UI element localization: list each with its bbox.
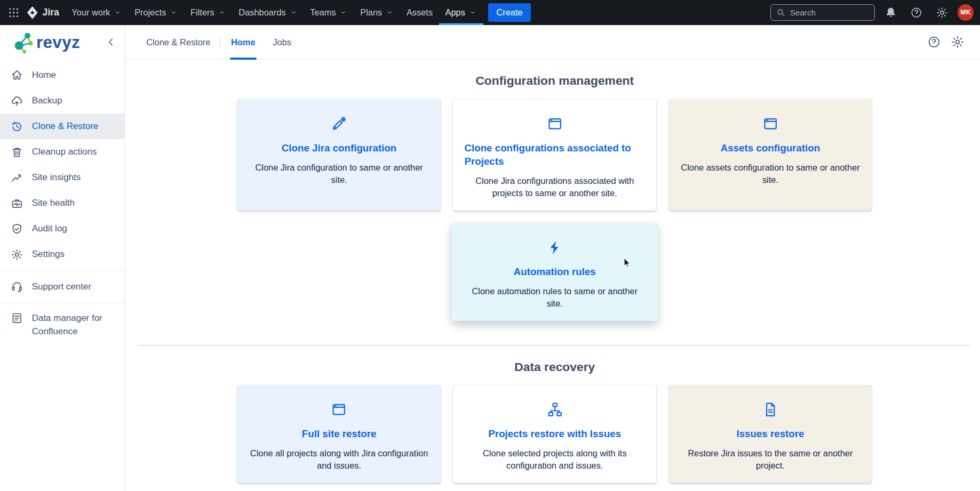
home-icon: [11, 69, 23, 81]
sidebar-support-slot: Support center: [0, 274, 124, 300]
sidebar-divider: [0, 303, 124, 303]
sidebar-item-site-insights[interactable]: Site insights: [0, 165, 124, 190]
card-desc: Clone assets configuration to same or an…: [680, 162, 861, 186]
revyz-logo-text: revyz: [36, 33, 80, 52]
chevron-down-icon: [113, 8, 122, 17]
headset-icon: [11, 280, 23, 293]
chevron-down-icon: [339, 8, 347, 17]
jira-mark-icon: [26, 6, 38, 19]
sidebar-item-support-center[interactable]: Support center: [0, 274, 124, 300]
nav-item-label: Projects: [134, 7, 166, 18]
trash-icon: [11, 146, 23, 158]
topbar-nav-apps[interactable]: Apps: [439, 0, 483, 25]
browser-icon: [331, 401, 347, 417]
sidebar-footer-slot: Data manager for Confluence: [0, 307, 124, 344]
avatar[interactable]: MK: [958, 4, 974, 20]
grid-icon: [7, 6, 20, 19]
card-row: Automation rulesClone automation rules t…: [139, 223, 970, 321]
section-configuration-management: Configuration managementClone Jira confi…: [139, 74, 970, 321]
topbar-settings-button[interactable]: [932, 3, 952, 22]
jira-topbar: Jira Your workProjectsFiltersDashboardsT…: [0, 0, 980, 25]
notifications-button[interactable]: [881, 3, 901, 22]
topbar-nav-plans[interactable]: Plans: [354, 0, 401, 25]
jira-brand-text: Jira: [43, 7, 59, 18]
card-title: Assets configuration: [680, 141, 861, 155]
section-data-recovery: Data recoveryFull site restoreClone all …: [139, 360, 970, 484]
collapse-sidebar-button[interactable]: [103, 35, 118, 50]
card-clone-configurations-associated-to-projects[interactable]: Clone configurations associated to Proje…: [453, 99, 656, 211]
card-title: Clone Jira configuration: [249, 141, 429, 155]
tab-home[interactable]: Home: [230, 25, 257, 60]
topbar-nav-assets[interactable]: Assets: [400, 0, 439, 25]
jira-home-link[interactable]: Jira: [24, 6, 66, 19]
topbar-nav-your-work[interactable]: Your work: [66, 0, 129, 25]
chevron-down-icon: [169, 8, 178, 17]
card-desc: Clone selected projects along with its c…: [464, 447, 645, 472]
tree-icon: [547, 401, 563, 417]
sidebar-item-backup[interactable]: Backup: [0, 88, 124, 114]
card-title: Clone configurations associated to Proje…: [464, 141, 645, 168]
card-desc: Clone all projects along with Jira confi…: [249, 447, 429, 472]
nav-item-label: Apps: [445, 7, 465, 18]
chevron-left-icon: [104, 35, 118, 49]
topbar-nav-teams[interactable]: Teams: [304, 0, 354, 25]
search-input[interactable]: [790, 8, 870, 17]
create-button[interactable]: Create: [488, 3, 531, 22]
shield-check-icon: [11, 223, 23, 235]
card-projects-restore-with-issues[interactable]: Projects restore with IssuesClone select…: [453, 385, 656, 484]
sidebar-item-label: Site health: [32, 198, 75, 208]
sidebar-item-audit-log[interactable]: Audit log: [0, 216, 124, 242]
sidebar-item-clone-restore[interactable]: Clone & Restore: [0, 114, 124, 139]
app-switcher-button[interactable]: [4, 3, 23, 22]
card-full-site-restore[interactable]: Full site restoreClone all projects alon…: [237, 385, 441, 484]
section-title: Data recovery: [139, 360, 970, 374]
sidebar-item-home[interactable]: Home: [0, 62, 124, 88]
help-icon: [927, 35, 941, 49]
gear-icon: [11, 248, 23, 261]
breadcrumb[interactable]: Clone & Restore: [146, 37, 210, 47]
tab-jobs[interactable]: Jobs: [272, 25, 292, 60]
sidebar-item-label: Settings: [32, 249, 65, 260]
sidebar-item-settings[interactable]: Settings: [0, 242, 124, 267]
sidebar-item-label: Support center: [32, 281, 91, 292]
topbar-nav-filters[interactable]: Filters: [184, 0, 232, 25]
section-title: Configuration management: [139, 74, 970, 88]
sidebar-item-label: Home: [32, 70, 56, 81]
topbar-nav-dashboards[interactable]: Dashboards: [233, 0, 304, 25]
topbar-right: MK: [770, 3, 974, 22]
search-box[interactable]: [770, 4, 875, 21]
search-icon: [776, 7, 786, 18]
card-issues-restore[interactable]: Issues restoreRestore Jira issues to the…: [669, 385, 872, 484]
topbar-nav-projects[interactable]: Projects: [128, 0, 184, 25]
card-desc: Clone automation rules to same or anothe…: [463, 285, 647, 310]
card-automation-rules[interactable]: Automation rulesClone automation rules t…: [451, 223, 658, 321]
app-settings-button[interactable]: [949, 34, 967, 51]
sidebar-item-label: Audit log: [32, 223, 67, 234]
card-assets-configuration[interactable]: Assets configurationClone assets configu…: [669, 99, 872, 211]
card-desc: Clone Jira configurations associated wit…: [464, 175, 645, 199]
page-content: Configuration managementClone Jira confi…: [125, 60, 980, 491]
sidebar-item-label: Cleanup actions: [32, 147, 97, 157]
header-divider: [220, 36, 220, 48]
sidebar-item-data-manager-for-confluence[interactable]: Data manager for Confluence: [0, 307, 124, 344]
header-tabs: HomeJobs: [230, 25, 308, 60]
card-clone-jira-configuration[interactable]: Clone Jira configurationClone Jira confi…: [237, 99, 441, 211]
card-row: Full site restoreClone all projects alon…: [139, 385, 970, 484]
browser-icon: [762, 116, 778, 132]
gear-icon: [936, 6, 948, 19]
sidebar-item-site-health[interactable]: Site health: [0, 190, 124, 216]
app-help-button[interactable]: [925, 34, 943, 51]
file-icon: [762, 401, 778, 417]
health-icon: [11, 197, 23, 210]
card-title: Automation rules: [463, 265, 647, 278]
help-button[interactable]: [906, 3, 926, 22]
card-desc: Restore Jira issues to the same or anoth…: [680, 447, 861, 472]
page-header: Clone & Restore HomeJobs: [125, 25, 980, 60]
sidebar-item-cleanup-actions[interactable]: Cleanup actions: [0, 139, 124, 165]
chevron-down-icon: [289, 8, 298, 17]
sidebar-item-label: Data manager for Confluence: [32, 312, 114, 338]
document-lines-icon: [11, 312, 23, 324]
help-icon: [910, 6, 922, 19]
gear-icon: [951, 35, 965, 49]
revyz-sidebar: revyz HomeBackupClone & RestoreCleanup a…: [0, 25, 125, 491]
